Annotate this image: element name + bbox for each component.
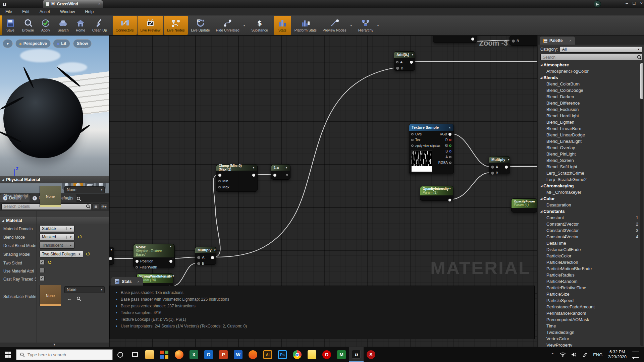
output-pin[interactable]: [286, 174, 288, 176]
stats-tab[interactable]: ≫ Stats ×: [111, 277, 143, 286]
preview-nodes-button[interactable]: Preview Nodes: [320, 15, 350, 35]
node-multiply-right[interactable]: Multiply ▼ A B: [489, 156, 510, 174]
output-pin-r[interactable]: [449, 139, 451, 141]
notification-center-icon[interactable]: [632, 352, 639, 358]
output-pin[interactable]: [109, 257, 112, 260]
menu-asset[interactable]: Asset: [40, 9, 50, 14]
input-pin-uvs[interactable]: [411, 133, 414, 135]
sticky-notes-button[interactable]: [305, 347, 319, 362]
details-visibility-button[interactable]: 👁︎▾: [101, 203, 107, 210]
input-pin[interactable]: [512, 40, 515, 43]
palette-item[interactable]: Constant3Vector3: [538, 227, 644, 234]
hidden-icons-chevron[interactable]: ⌃: [550, 352, 554, 357]
palette-item[interactable]: PerInstanceRandom: [538, 310, 644, 316]
material-graph-canvas[interactable]: Zoom -3 MATERIAL B Add(0,) ▼: [109, 36, 537, 347]
input-pin-mipbias[interactable]: [411, 144, 414, 147]
outlook-button[interactable]: O: [201, 347, 216, 362]
preview-nodes-dropdown[interactable]: ▾: [349, 15, 353, 35]
live-nodes-toggle[interactable]: Live Nodes: [164, 16, 188, 35]
palette-item[interactable]: Blend_Darken: [538, 94, 644, 100]
palette-item[interactable]: Lerp_ScratchGrime2: [538, 176, 644, 183]
output-pin-rgb[interactable]: [448, 133, 451, 136]
excel-button[interactable]: X: [186, 347, 201, 362]
palette-search-input[interactable]: [540, 54, 642, 60]
palette-item[interactable]: Blend_Overlay: [538, 144, 644, 151]
node-texture-sample[interactable]: Texture Sample ▲ UVs RGB Tex R Apply Vie…: [409, 124, 454, 174]
output-pin-a[interactable]: [449, 156, 451, 158]
output-pin[interactable]: [410, 61, 413, 64]
powerpoint-button[interactable]: P: [216, 347, 231, 362]
output-pin[interactable]: [448, 198, 451, 202]
taskbar-search-box[interactable]: [16, 349, 113, 360]
palette-item[interactable]: ParticleSpeed: [538, 297, 644, 304]
output-pin[interactable]: [252, 174, 255, 177]
palette-item[interactable]: ParticleRandom: [538, 278, 644, 285]
palette-item[interactable]: ViewProperty: [538, 342, 644, 347]
chrome-button[interactable]: [290, 347, 305, 362]
input-pin-b[interactable]: [396, 67, 399, 70]
input-pin-a[interactable]: [396, 61, 398, 63]
node-one-minus-x[interactable]: 1-x ▼: [271, 164, 290, 180]
connectors-toggle[interactable]: Connectors: [113, 16, 137, 35]
output-pin[interactable]: [505, 166, 508, 169]
output-pin-g[interactable]: [449, 144, 451, 147]
photoshop-button[interactable]: Ps: [275, 347, 290, 362]
section-material[interactable]: ◢ Material: [0, 217, 109, 224]
palette-item[interactable]: Time: [538, 323, 644, 329]
palette-item[interactable]: Blend_Difference: [538, 100, 644, 106]
lit-mode-button[interactable]: ◼ Lit: [53, 39, 70, 48]
word-button[interactable]: W: [231, 347, 246, 362]
output-pin-b[interactable]: [449, 150, 451, 153]
browse-asset-icon[interactable]: [76, 196, 81, 201]
browse-button[interactable]: Browse: [19, 15, 37, 35]
input-pin-b[interactable]: [197, 262, 200, 265]
palette-item[interactable]: MF_Chromakeyer: [538, 189, 644, 195]
menu-edit[interactable]: Edit: [22, 9, 30, 14]
node-multiply-bottom[interactable]: Multiply ▼ A B: [195, 247, 216, 265]
palette-item[interactable]: AtmosphericFogColor: [538, 68, 644, 74]
phys-material-thumbnail[interactable]: None: [40, 186, 61, 207]
start-button[interactable]: [0, 347, 16, 362]
palette-item[interactable]: ParticleDirection: [538, 259, 644, 265]
asset-tab[interactable]: M_GrassWind ×: [43, 0, 103, 8]
palette-category-blends[interactable]: ◢Blends: [538, 74, 644, 81]
palette-item[interactable]: Blend_Exclusion: [538, 106, 644, 113]
subsurface-profile-thumbnail[interactable]: None: [40, 285, 61, 306]
hierarchy-dropdown[interactable]: ▾: [376, 15, 380, 35]
window-close-button[interactable]: ×: [640, 1, 643, 6]
reset-to-default-icon[interactable]: ⭯: [48, 260, 52, 264]
palette-close-icon[interactable]: ×: [569, 39, 571, 43]
palette-item[interactable]: Blend_LinearDodge: [538, 132, 644, 138]
live-update-button[interactable]: Live Update: [188, 15, 213, 35]
green-m-app-button[interactable]: M: [334, 347, 349, 362]
palette-item[interactable]: ParticleMotionBlurFade: [538, 265, 644, 272]
node-noise[interactable]: Noise ▼ Simplex - Texture Based Position…: [133, 244, 175, 268]
input-pin[interactable]: [273, 174, 276, 177]
palette-category-chromakeying[interactable]: ◢Chromakeying: [538, 183, 644, 189]
window-maximize-button[interactable]: □: [633, 1, 636, 6]
palette-item[interactable]: Constant4Vector4: [538, 234, 644, 240]
use-selected-asset-button[interactable]: ←: [67, 196, 72, 201]
palette-item[interactable]: Blend_ColorBurn: [538, 81, 644, 87]
language-indicator[interactable]: ENG: [593, 352, 602, 357]
input-pin-b[interactable]: [491, 172, 494, 175]
cast-ray-traced-shadows-checkbox[interactable]: ✔: [40, 276, 45, 281]
hierarchy-button[interactable]: Hierarchy: [355, 15, 376, 35]
palette-item[interactable]: Blend_Screen: [538, 157, 644, 164]
input-pin[interactable]: [218, 174, 221, 177]
use-material-attributes-checkbox[interactable]: [40, 268, 45, 273]
two-sided-checkbox[interactable]: ✔: [40, 260, 45, 265]
save-button[interactable]: Save: [2, 15, 19, 35]
ms-store-button[interactable]: [157, 347, 172, 362]
palette-item[interactable]: Blend_ColorDodge: [538, 87, 644, 94]
red-s-app-button[interactable]: S: [364, 347, 378, 362]
input-pin-min[interactable]: [218, 180, 221, 182]
wifi-icon[interactable]: [560, 352, 566, 357]
palette-category-atmosphere[interactable]: ◢Atmosphere: [538, 62, 644, 68]
palette-item[interactable]: Blend_LinearBurn: [538, 125, 644, 132]
palette-scrollbar-track[interactable]: [640, 62, 643, 346]
palette-item[interactable]: ParticleRelativeTime: [538, 285, 644, 291]
node-opacity-power[interactable]: OpacityPower Param (1): [511, 198, 537, 213]
node-partial-right[interactable]: B: [509, 36, 537, 46]
hide-unrelated-button[interactable]: Hide Unrelated: [213, 15, 243, 35]
